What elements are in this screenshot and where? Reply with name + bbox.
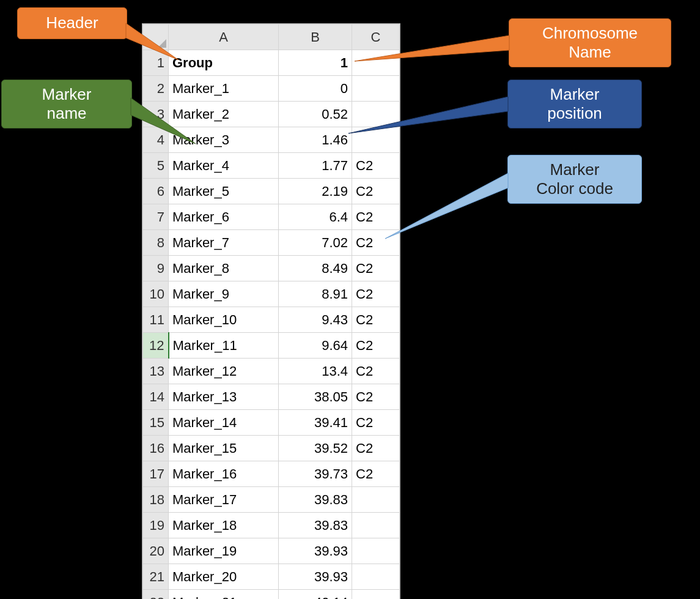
callout-marker-color-pointer: [0, 0, 700, 599]
svg-marker-4: [385, 173, 508, 239]
